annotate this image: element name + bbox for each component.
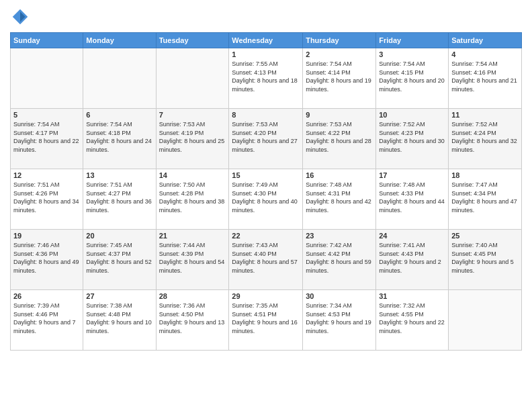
- calendar-header: SundayMondayTuesdayWednesdayThursdayFrid…: [11, 33, 522, 48]
- day-number: 5: [13, 111, 80, 119]
- day-number: 26: [13, 292, 80, 300]
- day-detail: Sunrise: 7:35 AM Sunset: 4:51 PM Dayligh…: [232, 302, 300, 335]
- calendar-cell: 28Sunrise: 7:36 AM Sunset: 4:50 PM Dayli…: [156, 290, 229, 351]
- calendar-cell: 27Sunrise: 7:38 AM Sunset: 4:48 PM Dayli…: [83, 290, 156, 351]
- day-number: 7: [159, 111, 226, 119]
- calendar-cell: 26Sunrise: 7:39 AM Sunset: 4:46 PM Dayli…: [11, 290, 83, 351]
- day-detail: Sunrise: 7:48 AM Sunset: 4:33 PM Dayligh…: [379, 181, 445, 214]
- calendar-cell: 8Sunrise: 7:53 AM Sunset: 4:20 PM Daylig…: [229, 109, 303, 169]
- calendar-cell: [449, 290, 522, 351]
- calendar-week-3: 12Sunrise: 7:51 AM Sunset: 4:26 PM Dayli…: [11, 169, 522, 230]
- day-number: 22: [232, 232, 300, 240]
- calendar-cell: [11, 48, 83, 109]
- day-number: 4: [451, 50, 519, 58]
- calendar-cell: 29Sunrise: 7:35 AM Sunset: 4:51 PM Dayli…: [229, 290, 303, 351]
- calendar-cell: 4Sunrise: 7:54 AM Sunset: 4:16 PM Daylig…: [449, 48, 522, 109]
- calendar-cell: 25Sunrise: 7:40 AM Sunset: 4:45 PM Dayli…: [449, 230, 522, 290]
- logo: [10, 7, 33, 27]
- day-detail: Sunrise: 7:42 AM Sunset: 4:42 PM Dayligh…: [306, 241, 373, 275]
- day-detail: Sunrise: 7:36 AM Sunset: 4:50 PM Dayligh…: [159, 302, 226, 335]
- day-number: 19: [13, 232, 80, 240]
- day-detail: Sunrise: 7:50 AM Sunset: 4:28 PM Dayligh…: [159, 181, 226, 214]
- calendar-cell: 5Sunrise: 7:54 AM Sunset: 4:17 PM Daylig…: [11, 109, 83, 169]
- calendar-cell: 22Sunrise: 7:43 AM Sunset: 4:40 PM Dayli…: [229, 230, 303, 290]
- day-detail: Sunrise: 7:54 AM Sunset: 4:18 PM Dayligh…: [86, 120, 152, 154]
- calendar: SundayMondayTuesdayWednesdayThursdayFrid…: [10, 32, 522, 351]
- day-detail: Sunrise: 7:53 AM Sunset: 4:20 PM Dayligh…: [232, 120, 300, 154]
- day-number: 14: [159, 171, 226, 179]
- day-number: 10: [379, 111, 445, 119]
- day-detail: Sunrise: 7:44 AM Sunset: 4:39 PM Dayligh…: [159, 241, 226, 275]
- day-number: 24: [379, 232, 445, 240]
- calendar-cell: 6Sunrise: 7:54 AM Sunset: 4:18 PM Daylig…: [83, 109, 156, 169]
- day-number: 21: [159, 232, 226, 240]
- day-detail: Sunrise: 7:52 AM Sunset: 4:23 PM Dayligh…: [379, 120, 445, 154]
- calendar-cell: 13Sunrise: 7:51 AM Sunset: 4:27 PM Dayli…: [83, 169, 156, 230]
- day-number: 20: [86, 232, 152, 240]
- calendar-cell: 3Sunrise: 7:54 AM Sunset: 4:15 PM Daylig…: [376, 48, 449, 109]
- calendar-cell: 31Sunrise: 7:32 AM Sunset: 4:55 PM Dayli…: [376, 290, 449, 351]
- day-number: 17: [379, 171, 445, 179]
- calendar-cell: 23Sunrise: 7:42 AM Sunset: 4:42 PM Dayli…: [303, 230, 376, 290]
- calendar-cell: 11Sunrise: 7:52 AM Sunset: 4:24 PM Dayli…: [449, 109, 522, 169]
- day-number: 3: [379, 50, 445, 58]
- weekday-header-wednesday: Wednesday: [229, 33, 303, 48]
- day-detail: Sunrise: 7:41 AM Sunset: 4:43 PM Dayligh…: [379, 241, 445, 275]
- day-detail: Sunrise: 7:52 AM Sunset: 4:24 PM Dayligh…: [451, 120, 519, 154]
- day-number: 28: [159, 292, 226, 300]
- day-detail: Sunrise: 7:34 AM Sunset: 4:53 PM Dayligh…: [306, 302, 373, 335]
- day-number: 27: [86, 292, 152, 300]
- day-number: 15: [232, 171, 300, 179]
- weekday-header-saturday: Saturday: [449, 33, 522, 48]
- day-number: 16: [306, 171, 373, 179]
- day-detail: Sunrise: 7:55 AM Sunset: 4:13 PM Dayligh…: [232, 60, 300, 93]
- day-detail: Sunrise: 7:51 AM Sunset: 4:26 PM Dayligh…: [13, 181, 80, 214]
- day-detail: Sunrise: 7:54 AM Sunset: 4:15 PM Dayligh…: [379, 60, 445, 93]
- day-detail: Sunrise: 7:49 AM Sunset: 4:30 PM Dayligh…: [232, 181, 300, 214]
- day-detail: Sunrise: 7:39 AM Sunset: 4:46 PM Dayligh…: [13, 302, 80, 335]
- calendar-cell: 17Sunrise: 7:48 AM Sunset: 4:33 PM Dayli…: [376, 169, 449, 230]
- day-number: 30: [306, 292, 373, 300]
- calendar-cell: 1Sunrise: 7:55 AM Sunset: 4:13 PM Daylig…: [229, 48, 303, 109]
- calendar-week-5: 26Sunrise: 7:39 AM Sunset: 4:46 PM Dayli…: [11, 290, 522, 351]
- calendar-cell: 19Sunrise: 7:46 AM Sunset: 4:36 PM Dayli…: [11, 230, 83, 290]
- day-detail: Sunrise: 7:54 AM Sunset: 4:16 PM Dayligh…: [451, 60, 519, 93]
- weekday-header-tuesday: Tuesday: [156, 33, 229, 48]
- day-number: 29: [232, 292, 300, 300]
- calendar-cell: 7Sunrise: 7:53 AM Sunset: 4:19 PM Daylig…: [156, 109, 229, 169]
- day-number: 13: [86, 171, 152, 179]
- page: SundayMondayTuesdayWednesdayThursdayFrid…: [0, 0, 532, 411]
- weekday-header-thursday: Thursday: [303, 33, 376, 48]
- calendar-cell: 9Sunrise: 7:53 AM Sunset: 4:22 PM Daylig…: [303, 109, 376, 169]
- calendar-cell: 10Sunrise: 7:52 AM Sunset: 4:23 PM Dayli…: [376, 109, 449, 169]
- day-detail: Sunrise: 7:53 AM Sunset: 4:22 PM Dayligh…: [306, 120, 373, 154]
- calendar-cell: 12Sunrise: 7:51 AM Sunset: 4:26 PM Dayli…: [11, 169, 83, 230]
- day-detail: Sunrise: 7:48 AM Sunset: 4:31 PM Dayligh…: [306, 181, 373, 214]
- day-number: 18: [451, 171, 519, 179]
- weekday-header-friday: Friday: [376, 33, 449, 48]
- calendar-cell: 20Sunrise: 7:45 AM Sunset: 4:37 PM Dayli…: [83, 230, 156, 290]
- day-detail: Sunrise: 7:38 AM Sunset: 4:48 PM Dayligh…: [86, 302, 152, 335]
- calendar-cell: 2Sunrise: 7:54 AM Sunset: 4:14 PM Daylig…: [303, 48, 376, 109]
- day-detail: Sunrise: 7:40 AM Sunset: 4:45 PM Dayligh…: [451, 241, 519, 275]
- calendar-cell: [156, 48, 229, 109]
- day-number: 6: [86, 111, 152, 119]
- calendar-cell: 24Sunrise: 7:41 AM Sunset: 4:43 PM Dayli…: [376, 230, 449, 290]
- calendar-cell: 14Sunrise: 7:50 AM Sunset: 4:28 PM Dayli…: [156, 169, 229, 230]
- day-detail: Sunrise: 7:54 AM Sunset: 4:14 PM Dayligh…: [306, 60, 373, 93]
- day-detail: Sunrise: 7:51 AM Sunset: 4:27 PM Dayligh…: [86, 181, 152, 214]
- calendar-week-2: 5Sunrise: 7:54 AM Sunset: 4:17 PM Daylig…: [11, 109, 522, 169]
- weekday-header-monday: Monday: [83, 33, 156, 48]
- day-detail: Sunrise: 7:46 AM Sunset: 4:36 PM Dayligh…: [13, 241, 80, 275]
- day-detail: Sunrise: 7:53 AM Sunset: 4:19 PM Dayligh…: [159, 120, 226, 154]
- day-number: 2: [306, 50, 373, 58]
- weekday-row: SundayMondayTuesdayWednesdayThursdayFrid…: [11, 33, 522, 48]
- day-number: 12: [13, 171, 80, 179]
- day-number: 31: [379, 292, 445, 300]
- day-number: 11: [451, 111, 519, 119]
- day-detail: Sunrise: 7:32 AM Sunset: 4:55 PM Dayligh…: [379, 302, 445, 335]
- calendar-week-4: 19Sunrise: 7:46 AM Sunset: 4:36 PM Dayli…: [11, 230, 522, 290]
- logo-icon: [10, 7, 30, 27]
- weekday-header-sunday: Sunday: [11, 33, 83, 48]
- calendar-week-1: 1Sunrise: 7:55 AM Sunset: 4:13 PM Daylig…: [11, 48, 522, 109]
